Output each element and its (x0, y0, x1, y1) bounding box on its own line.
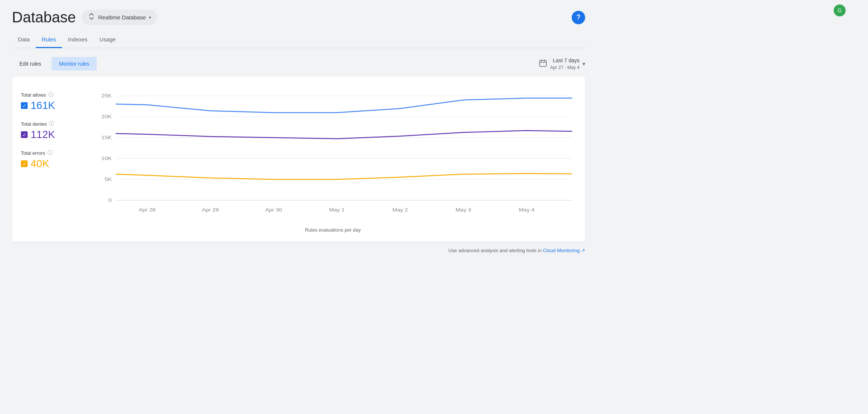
external-link-icon: ↗ (581, 248, 585, 253)
svg-text:20K: 20K (102, 114, 112, 120)
chart-svg: 25K 20K 15K 10K 5K 0 Apr 28 Apr 29 Apr 3… (90, 88, 576, 223)
tab-usage[interactable]: Usage (94, 32, 122, 48)
footer-note-text: Use advanced analysis and alerting tools… (448, 248, 543, 253)
tab-rules[interactable]: Rules (36, 32, 62, 48)
legend-allows-checkbox[interactable]: ✓ (21, 102, 28, 109)
date-range-selector[interactable]: Last 7 days Apr 27 - May 4 ▾ (539, 57, 585, 70)
svg-text:0: 0 (109, 198, 112, 203)
svg-text:May 1: May 1 (329, 207, 345, 213)
calendar-icon (539, 59, 547, 69)
cloud-monitoring-link[interactable]: Cloud Monitoring ↗ (543, 248, 585, 253)
db-selector[interactable]: Realtime Database ▾ (82, 10, 157, 25)
svg-text:Apr 29: Apr 29 (202, 207, 219, 213)
chart-x-label: Rules evaluations per day (90, 227, 576, 233)
svg-text:Apr 30: Apr 30 (265, 207, 282, 213)
chart-area: 25K 20K 15K 10K 5K 0 Apr 28 Apr 29 Apr 3… (90, 88, 576, 233)
legend-allows-help-icon[interactable]: ⓘ (48, 91, 53, 98)
svg-text:May 2: May 2 (392, 207, 408, 213)
svg-text:25K: 25K (102, 93, 112, 99)
legend-errors: Total errors ⓘ ✓ 40K (21, 150, 81, 170)
svg-text:Apr 28: Apr 28 (138, 207, 155, 213)
db-selector-label: Realtime Database (98, 14, 146, 21)
legend-denies-label: Total denies (21, 121, 47, 127)
help-icon: ? (577, 13, 581, 21)
legend-errors-checkbox[interactable]: ✓ (21, 160, 28, 167)
tabs-row: Data Rules Indexes Usage (12, 32, 585, 48)
svg-text:15K: 15K (102, 135, 112, 141)
legend-errors-value: 40K (31, 158, 49, 170)
edit-rules-button[interactable]: Edit rules (12, 57, 49, 70)
legend-allows-label: Total allows (21, 92, 46, 98)
help-button[interactable]: ? (572, 11, 585, 24)
svg-text:May 4: May 4 (519, 207, 534, 213)
page-title: Database (12, 9, 76, 26)
monitor-rules-button[interactable]: Monitor rules (51, 57, 97, 70)
legend-denies-checkbox[interactable]: ✓ (21, 131, 28, 138)
footer-note: Use advanced analysis and alerting tools… (12, 248, 585, 253)
legend-denies: Total denies ⓘ ✓ 112K (21, 120, 81, 141)
chart-card: Total allows ⓘ ✓ 161K Total denies ⓘ ✓ (12, 76, 585, 242)
db-selector-icon (88, 13, 95, 22)
legend-denies-help-icon[interactable]: ⓘ (49, 120, 54, 127)
svg-text:10K: 10K (102, 156, 112, 161)
chart-legends: Total allows ⓘ ✓ 161K Total denies ⓘ ✓ (21, 88, 81, 233)
date-range-sub: Apr 27 - May 4 (550, 65, 580, 71)
db-selector-chevron-icon: ▾ (149, 15, 151, 20)
legend-allows-value: 161K (31, 100, 55, 112)
date-range-chevron-icon: ▾ (583, 61, 585, 67)
svg-text:May 3: May 3 (456, 207, 471, 213)
svg-text:5K: 5K (104, 177, 112, 182)
svg-rect-0 (540, 60, 546, 66)
legend-denies-value: 112K (31, 129, 55, 141)
date-range-main: Last 7 days (550, 57, 580, 65)
user-avatar[interactable]: G (834, 4, 846, 16)
legend-allows: Total allows ⓘ ✓ 161K (21, 91, 81, 112)
tab-indexes[interactable]: Indexes (62, 32, 94, 48)
legend-errors-label: Total errors (21, 150, 45, 156)
tab-data[interactable]: Data (12, 32, 36, 48)
legend-errors-help-icon[interactable]: ⓘ (47, 150, 53, 156)
